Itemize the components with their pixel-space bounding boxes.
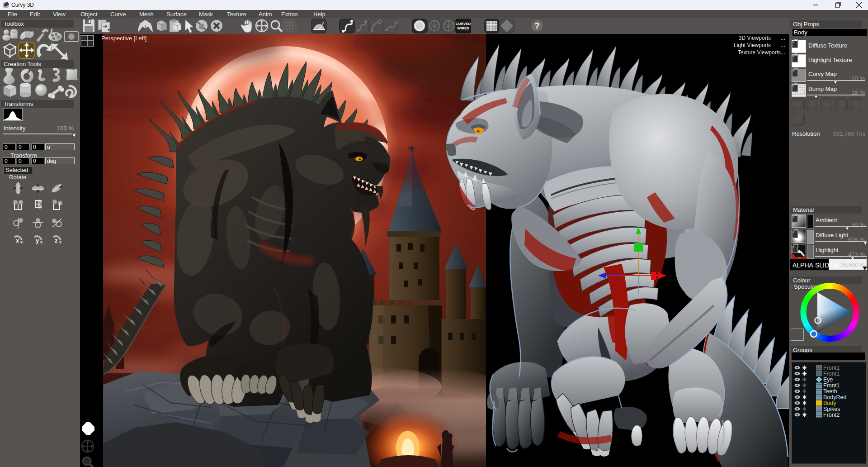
svg-text:Front1: Front1	[823, 382, 840, 389]
svg-text:y: y	[36, 237, 39, 244]
svg-text:Front1: Front1	[823, 365, 840, 371]
svg-text:x: x	[16, 237, 19, 244]
svg-text:...: ...	[781, 42, 785, 48]
svg-text:Spikes: Spikes	[823, 406, 840, 412]
svg-text:Front2: Front2	[823, 412, 840, 418]
svg-text:Perspective [Left]: Perspective [Left]	[101, 35, 146, 42]
svg-text:z: z	[55, 237, 58, 244]
svg-text:...: ...	[781, 35, 785, 41]
svg-text:CURVED: CURVED	[456, 22, 471, 26]
svg-text:BodyRed: BodyRed	[823, 394, 846, 400]
svg-text:?: ?	[534, 21, 540, 30]
svg-text:3D Viewports: 3D Viewports	[739, 35, 771, 41]
svg-text:Light Viewports: Light Viewports	[734, 42, 771, 48]
svg-text:Texture Viewports...: Texture Viewports...	[738, 49, 785, 56]
svg-text:Eye: Eye	[823, 376, 833, 383]
svg-text:WIRES: WIRES	[457, 26, 469, 30]
svg-text:Front1: Front1	[823, 371, 840, 377]
svg-text:Teeth: Teeth	[823, 388, 837, 395]
svg-text:Body: Body	[823, 400, 836, 406]
